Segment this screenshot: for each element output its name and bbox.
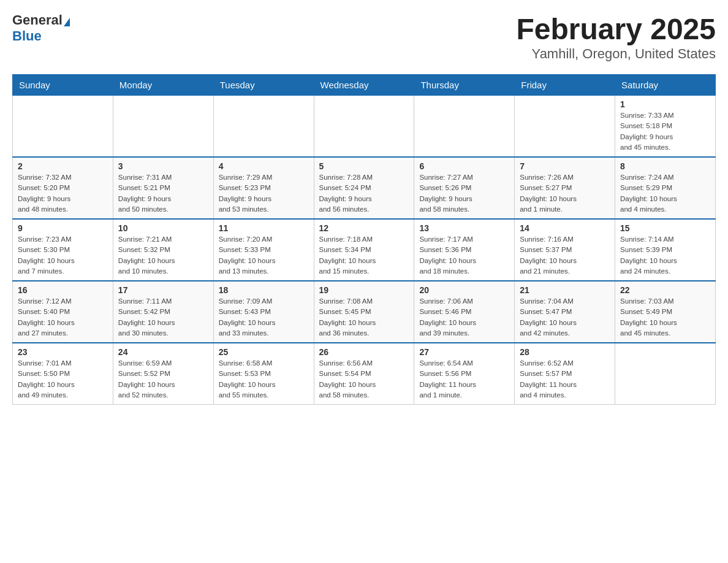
- day-number: 25: [219, 347, 309, 357]
- day-number: 24: [118, 347, 208, 357]
- day-info: Sunrise: 7:16 AMSunset: 5:37 PMDaylight:…: [520, 234, 610, 277]
- table-row: 8Sunrise: 7:24 AMSunset: 5:29 PMDaylight…: [615, 157, 716, 219]
- day-number: 18: [219, 285, 309, 295]
- table-row: 5Sunrise: 7:28 AMSunset: 5:24 PMDaylight…: [314, 157, 414, 219]
- page-header: General Blue February 2025 Yamhill, Oreg…: [12, 12, 716, 62]
- day-info: Sunrise: 6:54 AMSunset: 5:56 PMDaylight:…: [419, 358, 509, 400]
- table-row: 18Sunrise: 7:09 AMSunset: 5:43 PMDayligh…: [213, 281, 314, 343]
- day-number: 14: [520, 223, 610, 233]
- day-info: Sunrise: 7:01 AMSunset: 5:50 PMDaylight:…: [18, 358, 108, 400]
- table-row: 25Sunrise: 6:58 AMSunset: 5:53 PMDayligh…: [213, 343, 314, 405]
- table-row: [314, 96, 414, 158]
- day-info: Sunrise: 7:29 AMSunset: 5:23 PMDaylight:…: [219, 172, 309, 215]
- table-row: 4Sunrise: 7:29 AMSunset: 5:23 PMDaylight…: [213, 157, 314, 219]
- day-info: Sunrise: 7:09 AMSunset: 5:43 PMDaylight:…: [219, 296, 309, 339]
- logo-blue-text: Blue: [12, 28, 42, 44]
- calendar-table: Sunday Monday Tuesday Wednesday Thursday…: [12, 74, 716, 405]
- table-row: 7Sunrise: 7:26 AMSunset: 5:27 PMDaylight…: [515, 157, 615, 219]
- table-row: 17Sunrise: 7:11 AMSunset: 5:42 PMDayligh…: [113, 281, 213, 343]
- table-row: 27Sunrise: 6:54 AMSunset: 5:56 PMDayligh…: [414, 343, 515, 405]
- table-row: 15Sunrise: 7:14 AMSunset: 5:39 PMDayligh…: [615, 219, 716, 281]
- day-number: 9: [18, 223, 108, 233]
- day-info: Sunrise: 7:24 AMSunset: 5:29 PMDaylight:…: [620, 172, 710, 215]
- day-number: 4: [219, 161, 309, 171]
- logo-general-text: General: [12, 12, 63, 28]
- title-block: February 2025 Yamhill, Oregon, United St…: [516, 12, 716, 62]
- col-sunday: Sunday: [13, 75, 113, 96]
- day-info: Sunrise: 6:52 AMSunset: 5:57 PMDaylight:…: [520, 358, 610, 400]
- day-number: 23: [18, 347, 108, 357]
- calendar-week-row: 9Sunrise: 7:23 AMSunset: 5:30 PMDaylight…: [13, 219, 716, 281]
- col-wednesday: Wednesday: [314, 75, 414, 96]
- day-info: Sunrise: 7:06 AMSunset: 5:46 PMDaylight:…: [419, 296, 509, 339]
- table-row: 10Sunrise: 7:21 AMSunset: 5:32 PMDayligh…: [113, 219, 213, 281]
- day-info: Sunrise: 7:31 AMSunset: 5:21 PMDaylight:…: [118, 172, 208, 215]
- day-number: 12: [319, 223, 409, 233]
- day-info: Sunrise: 7:18 AMSunset: 5:34 PMDaylight:…: [319, 234, 409, 277]
- table-row: 23Sunrise: 7:01 AMSunset: 5:50 PMDayligh…: [13, 343, 113, 405]
- day-info: Sunrise: 7:17 AMSunset: 5:36 PMDaylight:…: [419, 234, 509, 277]
- table-row: 16Sunrise: 7:12 AMSunset: 5:40 PMDayligh…: [13, 281, 113, 343]
- day-number: 13: [419, 223, 509, 233]
- day-info: Sunrise: 7:08 AMSunset: 5:45 PMDaylight:…: [319, 296, 409, 339]
- logo: General Blue: [12, 12, 70, 44]
- day-info: Sunrise: 7:12 AMSunset: 5:40 PMDaylight:…: [18, 296, 108, 339]
- page-subtitle: Yamhill, Oregon, United States: [516, 46, 716, 62]
- day-number: 5: [319, 161, 409, 171]
- table-row: 3Sunrise: 7:31 AMSunset: 5:21 PMDaylight…: [113, 157, 213, 219]
- page-title: February 2025: [516, 12, 716, 46]
- col-friday: Friday: [515, 75, 615, 96]
- day-info: Sunrise: 7:27 AMSunset: 5:26 PMDaylight:…: [419, 172, 509, 215]
- col-thursday: Thursday: [414, 75, 515, 96]
- day-number: 15: [620, 223, 710, 233]
- day-info: Sunrise: 7:26 AMSunset: 5:27 PMDaylight:…: [520, 172, 610, 215]
- day-number: 21: [520, 285, 610, 295]
- calendar-week-row: 16Sunrise: 7:12 AMSunset: 5:40 PMDayligh…: [13, 281, 716, 343]
- table-row: 2Sunrise: 7:32 AMSunset: 5:20 PMDaylight…: [13, 157, 113, 219]
- day-number: 22: [620, 285, 710, 295]
- table-row: 20Sunrise: 7:06 AMSunset: 5:46 PMDayligh…: [414, 281, 515, 343]
- col-saturday: Saturday: [615, 75, 716, 96]
- day-info: Sunrise: 7:20 AMSunset: 5:33 PMDaylight:…: [219, 234, 309, 277]
- day-number: 1: [620, 99, 710, 109]
- table-row: 6Sunrise: 7:27 AMSunset: 5:26 PMDaylight…: [414, 157, 515, 219]
- table-row: [515, 96, 615, 158]
- table-row: 26Sunrise: 6:56 AMSunset: 5:54 PMDayligh…: [314, 343, 414, 405]
- day-number: 3: [118, 161, 208, 171]
- table-row: 14Sunrise: 7:16 AMSunset: 5:37 PMDayligh…: [515, 219, 615, 281]
- day-number: 20: [419, 285, 509, 295]
- day-info: Sunrise: 7:21 AMSunset: 5:32 PMDaylight:…: [118, 234, 208, 277]
- calendar-week-row: 2Sunrise: 7:32 AMSunset: 5:20 PMDaylight…: [13, 157, 716, 219]
- day-info: Sunrise: 7:28 AMSunset: 5:24 PMDaylight:…: [319, 172, 409, 215]
- table-row: 11Sunrise: 7:20 AMSunset: 5:33 PMDayligh…: [213, 219, 314, 281]
- calendar-header-row: Sunday Monday Tuesday Wednesday Thursday…: [13, 75, 716, 96]
- calendar-week-row: 1Sunrise: 7:33 AMSunset: 5:18 PMDaylight…: [13, 96, 716, 158]
- day-info: Sunrise: 6:59 AMSunset: 5:52 PMDaylight:…: [118, 358, 208, 400]
- table-row: [414, 96, 515, 158]
- table-row: 9Sunrise: 7:23 AMSunset: 5:30 PMDaylight…: [13, 219, 113, 281]
- day-number: 26: [319, 347, 409, 357]
- table-row: 24Sunrise: 6:59 AMSunset: 5:52 PMDayligh…: [113, 343, 213, 405]
- day-info: Sunrise: 6:56 AMSunset: 5:54 PMDaylight:…: [319, 358, 409, 400]
- day-number: 27: [419, 347, 509, 357]
- table-row: 13Sunrise: 7:17 AMSunset: 5:36 PMDayligh…: [414, 219, 515, 281]
- day-info: Sunrise: 7:23 AMSunset: 5:30 PMDaylight:…: [18, 234, 108, 277]
- day-info: Sunrise: 7:11 AMSunset: 5:42 PMDaylight:…: [118, 296, 208, 339]
- day-info: Sunrise: 7:03 AMSunset: 5:49 PMDaylight:…: [620, 296, 710, 339]
- day-number: 7: [520, 161, 610, 171]
- day-number: 8: [620, 161, 710, 171]
- day-info: Sunrise: 7:14 AMSunset: 5:39 PMDaylight:…: [620, 234, 710, 277]
- day-number: 17: [118, 285, 208, 295]
- table-row: 19Sunrise: 7:08 AMSunset: 5:45 PMDayligh…: [314, 281, 414, 343]
- col-monday: Monday: [113, 75, 213, 96]
- table-row: [213, 96, 314, 158]
- calendar-week-row: 23Sunrise: 7:01 AMSunset: 5:50 PMDayligh…: [13, 343, 716, 405]
- day-number: 11: [219, 223, 309, 233]
- col-tuesday: Tuesday: [213, 75, 314, 96]
- day-info: Sunrise: 7:32 AMSunset: 5:20 PMDaylight:…: [18, 172, 108, 215]
- day-info: Sunrise: 6:58 AMSunset: 5:53 PMDaylight:…: [219, 358, 309, 400]
- table-row: [13, 96, 113, 158]
- day-number: 16: [18, 285, 108, 295]
- table-row: [615, 343, 716, 405]
- table-row: 28Sunrise: 6:52 AMSunset: 5:57 PMDayligh…: [515, 343, 615, 405]
